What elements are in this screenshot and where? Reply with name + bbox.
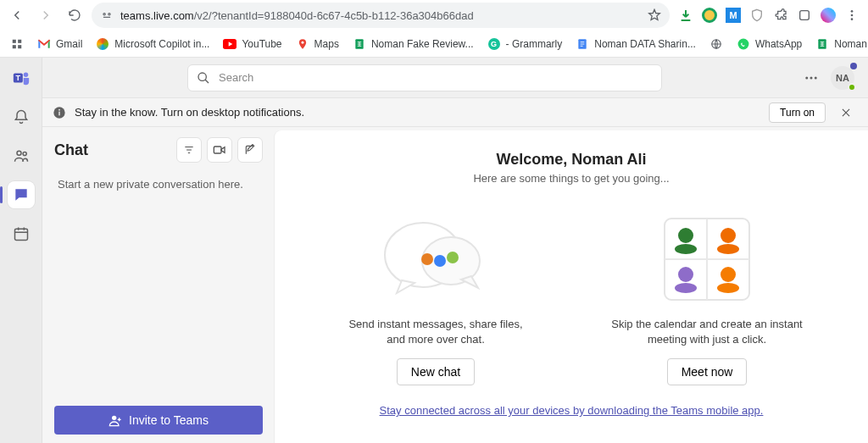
svg-rect-9 bbox=[18, 45, 21, 48]
close-banner-icon[interactable] bbox=[834, 101, 858, 125]
svg-point-31 bbox=[112, 416, 116, 420]
svg-point-3 bbox=[851, 10, 854, 13]
svg-point-5 bbox=[851, 18, 854, 20]
bookmark-sheet2[interactable]: Noman Artilces - G... bbox=[812, 36, 868, 53]
invite-to-teams-button[interactable]: Invite to Teams bbox=[54, 406, 263, 435]
bookmark-label: Noman Fake Review... bbox=[371, 38, 474, 50]
main-column: Search NA Stay in the know. Turn on desk… bbox=[42, 58, 868, 443]
rail-community[interactable] bbox=[8, 142, 35, 169]
rail-activity[interactable] bbox=[8, 103, 35, 130]
svg-point-4 bbox=[851, 14, 854, 17]
chat-illustration bbox=[376, 208, 495, 310]
bookmark-gmail[interactable]: Gmail bbox=[34, 36, 86, 53]
ext-download-icon[interactable] bbox=[678, 8, 693, 23]
ext-shield-icon[interactable] bbox=[749, 8, 765, 23]
body-split: Chat Start a new private conversation he… bbox=[42, 127, 868, 443]
chat-empty-message: Start a new private conversation here. bbox=[54, 163, 263, 206]
download-mobile-link[interactable]: Stay connected across all your devices b… bbox=[380, 404, 764, 417]
svg-rect-28 bbox=[58, 111, 59, 115]
presence-indicator bbox=[848, 83, 856, 91]
meet-now-action[interactable]: Meet now bbox=[667, 358, 748, 385]
bookmark-label: Noman Artilces - G... bbox=[834, 38, 868, 50]
bookmark-docs[interactable]: Noman DATA Sharin... bbox=[572, 36, 699, 53]
search-input[interactable]: Search bbox=[187, 64, 662, 91]
svg-point-21 bbox=[23, 152, 26, 155]
notification-banner: Stay in the know. Turn on desktop notifi… bbox=[42, 98, 868, 127]
user-avatar[interactable]: NA bbox=[831, 66, 854, 90]
bookmark-maps[interactable]: Maps bbox=[292, 36, 342, 53]
svg-point-44 bbox=[678, 267, 693, 282]
bookmark-whatsapp[interactable]: WhatsApp bbox=[733, 36, 805, 53]
svg-point-46 bbox=[721, 267, 736, 282]
svg-text:T: T bbox=[15, 74, 20, 82]
search-placeholder: Search bbox=[219, 71, 253, 84]
welcome-title: Welcome, Noman Ali bbox=[496, 151, 646, 169]
bookmark-youtube[interactable]: YouTube bbox=[220, 36, 285, 53]
ext-generic-icon[interactable] bbox=[797, 8, 812, 23]
info-icon bbox=[53, 106, 66, 119]
nav-forward-button[interactable] bbox=[34, 3, 58, 27]
avatar-notif-dot bbox=[850, 63, 857, 69]
ext-circle-icon[interactable] bbox=[702, 8, 717, 23]
left-rail: T bbox=[0, 58, 42, 443]
svg-point-15 bbox=[737, 38, 748, 49]
svg-point-25 bbox=[810, 76, 813, 79]
bookmarks-bar: Gmail Microsoft Copilot in... YouTube Ma… bbox=[0, 30, 868, 58]
bookmark-star-icon[interactable] bbox=[648, 8, 661, 22]
svg-point-20 bbox=[17, 151, 21, 155]
invite-icon bbox=[108, 413, 122, 427]
svg-point-23 bbox=[198, 73, 206, 80]
rail-chat[interactable] bbox=[8, 181, 35, 208]
notification-text: Stay in the know. Turn on desktop notifi… bbox=[75, 106, 304, 119]
chat-list-pane: Chat Start a new private conversation he… bbox=[42, 127, 271, 443]
search-icon bbox=[197, 71, 210, 85]
filter-button[interactable] bbox=[176, 137, 202, 163]
svg-point-42 bbox=[721, 228, 736, 243]
svg-point-0 bbox=[103, 14, 105, 15]
nav-refresh-button[interactable] bbox=[63, 3, 86, 27]
chat-pane-header: Chat bbox=[54, 137, 263, 163]
ext-m-icon[interactable]: M bbox=[726, 8, 741, 23]
meet-illustration bbox=[648, 208, 766, 310]
browser-toolbar: teams.live.com/v2/?tenantId=9188040d-6c6… bbox=[0, 0, 868, 30]
bookmark-copilot[interactable]: Microsoft Copilot in... bbox=[92, 36, 213, 53]
bookmark-grammarly[interactable]: G- Grammarly bbox=[484, 36, 566, 53]
svg-point-29 bbox=[58, 108, 60, 110]
bookmark-label: YouTube bbox=[242, 38, 281, 50]
extensions-puzzle-icon[interactable] bbox=[773, 8, 788, 23]
bookmark-label: WhatsApp bbox=[755, 38, 802, 50]
teams-header: Search NA bbox=[42, 58, 868, 98]
svg-rect-6 bbox=[13, 39, 16, 42]
svg-point-36 bbox=[447, 252, 459, 263]
url-host: teams.live.com/v2/?tenantId=9188040d-6c6… bbox=[120, 9, 474, 22]
bookmark-label: Maps bbox=[314, 38, 339, 50]
card-text: Send instant messages, share files, and … bbox=[338, 317, 533, 346]
bookmark-globe[interactable] bbox=[706, 36, 726, 53]
bookmark-label: Noman DATA Sharin... bbox=[594, 38, 696, 50]
nav-back-button[interactable] bbox=[5, 3, 29, 27]
svg-rect-22 bbox=[14, 229, 27, 240]
rail-teams-logo[interactable]: T bbox=[8, 64, 35, 91]
new-chat-action[interactable]: New chat bbox=[397, 358, 475, 385]
bookmark-sheet1[interactable]: Noman Fake Review... bbox=[349, 36, 477, 53]
svg-point-40 bbox=[678, 228, 693, 243]
rail-calendar[interactable] bbox=[8, 220, 35, 247]
meet-now-button[interactable] bbox=[207, 137, 232, 163]
extensions-strip: M bbox=[675, 8, 863, 23]
site-info-icon[interactable] bbox=[100, 8, 114, 22]
header-more-icon[interactable] bbox=[804, 70, 819, 86]
welcome-cards: Send instant messages, share files, and … bbox=[338, 208, 804, 385]
browser-menu-icon[interactable] bbox=[844, 8, 860, 23]
svg-point-34 bbox=[421, 253, 433, 265]
avatar-initials: NA bbox=[836, 73, 849, 83]
profile-avatar-icon[interactable] bbox=[821, 8, 836, 23]
svg-point-1 bbox=[108, 14, 110, 15]
svg-point-11 bbox=[301, 41, 303, 43]
address-bar[interactable]: teams.live.com/v2/?tenantId=9188040d-6c6… bbox=[92, 3, 670, 28]
new-chat-button[interactable] bbox=[237, 137, 263, 163]
card-new-chat: Send instant messages, share files, and … bbox=[338, 208, 533, 385]
bookmark-apps[interactable] bbox=[7, 36, 27, 53]
chat-title: Chat bbox=[54, 141, 171, 159]
svg-point-24 bbox=[805, 76, 808, 79]
turn-on-button[interactable]: Turn on bbox=[769, 102, 826, 123]
